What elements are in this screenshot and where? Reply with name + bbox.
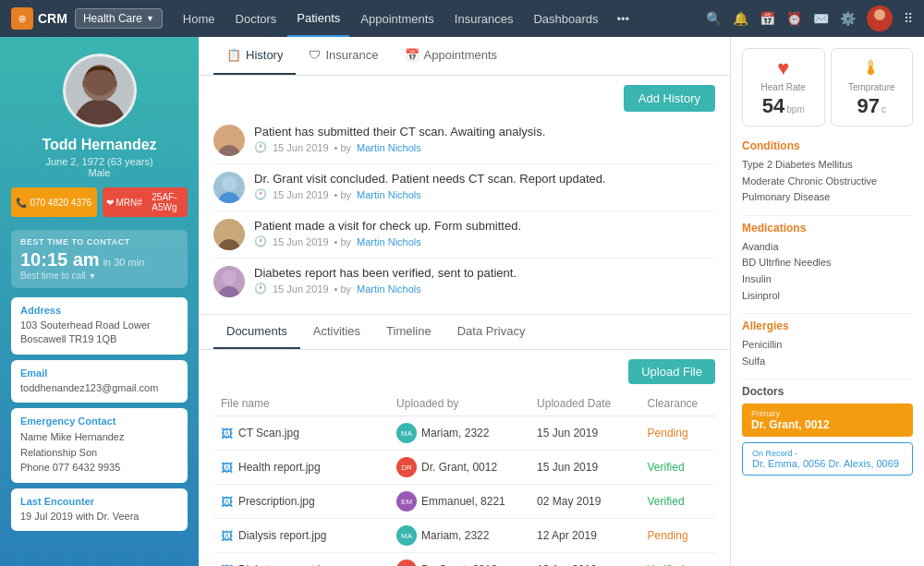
history-text: Patient has submitted their CT scan. Awa… bbox=[254, 125, 715, 138]
upload-file-button[interactable]: Upload File bbox=[628, 359, 715, 384]
file-name: Prescription.jpg bbox=[238, 495, 315, 508]
history-author-2[interactable]: Martin Nichols bbox=[357, 236, 421, 247]
history-bullet-0: • by bbox=[334, 142, 352, 153]
divider-1 bbox=[742, 215, 913, 216]
brand-label: Health Care bbox=[83, 12, 142, 25]
medications-section: Medications Avandia BD Ultrfine Needles … bbox=[742, 222, 913, 304]
heart-rate-value: 54 bbox=[762, 94, 784, 118]
history-section-header: Add History bbox=[213, 85, 715, 112]
history-avatar bbox=[213, 172, 245, 203]
tab-history[interactable]: 📋 History bbox=[213, 37, 296, 75]
doc-tab-data-privacy[interactable]: Data Privacy bbox=[444, 315, 539, 349]
col-uploaddate: Uploaded Date bbox=[529, 391, 639, 416]
add-history-button[interactable]: Add History bbox=[624, 85, 715, 112]
doctor-record-label: On Record - bbox=[752, 449, 903, 458]
best-time-value: 10:15 am bbox=[20, 249, 100, 271]
best-time-call[interactable]: Best time to call ▼ bbox=[20, 271, 178, 281]
nav-item-doctors[interactable]: Doctors bbox=[226, 0, 286, 37]
file-name: CT Scan.jpg bbox=[238, 427, 299, 440]
heart-rate-value-row: 54 bpm bbox=[750, 94, 817, 118]
svg-point-8 bbox=[222, 129, 237, 144]
history-section: Add History Patient has submitted their … bbox=[199, 76, 730, 315]
emergency-label: Emergency Contact bbox=[20, 415, 178, 427]
history-tab-icon: 📋 bbox=[226, 48, 241, 62]
vitals-row: ♥ Heart Rate 54 bpm 🌡 Temprature 97 c bbox=[742, 48, 913, 126]
history-author-0[interactable]: Martin Nichols bbox=[357, 142, 421, 153]
last-encounter-value: 19 Jul 2019 with Dr. Veera bbox=[20, 510, 178, 524]
svg-point-13 bbox=[218, 286, 240, 297]
history-meta: 🕐 15 Jun 2019 • by Martin Nichols bbox=[254, 235, 715, 247]
history-date-2: 15 Jun 2019 bbox=[273, 236, 329, 247]
history-author-3[interactable]: Martin Nichols bbox=[357, 283, 421, 295]
email-label: Email bbox=[20, 367, 178, 379]
main-tab-bar: 📋 History 🛡 Insurance 📅 Appointments bbox=[199, 37, 730, 76]
doc-tab-activities[interactable]: Activities bbox=[300, 315, 373, 349]
nav-more-icon[interactable]: ••• bbox=[610, 0, 638, 37]
history-author-1[interactable]: Martin Nichols bbox=[357, 189, 421, 200]
uploader-name: Mariam, 2322 bbox=[421, 529, 489, 542]
history-avatar bbox=[213, 219, 245, 250]
calendar-icon[interactable]: 📅 bbox=[760, 11, 775, 26]
doc-tab-documents[interactable]: Documents bbox=[213, 315, 300, 349]
svg-point-9 bbox=[218, 192, 240, 203]
allergies-label: Allergies bbox=[742, 319, 913, 332]
temperature-value: 97 bbox=[857, 94, 880, 118]
top-navigation: ◎ CRM Health Care ▼ Home Doctors Patient… bbox=[0, 0, 924, 37]
patient-name: Todd Hernandez bbox=[42, 137, 156, 153]
nav-item-insurances[interactable]: Insurances bbox=[445, 0, 523, 37]
table-row: 🖼 Diabetes report.jpg DR Dr. Grant, 0012… bbox=[213, 553, 715, 567]
upload-date: 15 Jun 2019 bbox=[529, 451, 639, 485]
user-avatar[interactable] bbox=[867, 6, 893, 31]
mail-icon[interactable]: ✉️ bbox=[813, 11, 829, 26]
history-avatar bbox=[213, 125, 245, 156]
upload-date: 02 May 2019 bbox=[529, 485, 639, 519]
nav-item-dashboards[interactable]: Dashboards bbox=[524, 0, 607, 37]
nav-item-appointments[interactable]: Appointments bbox=[351, 0, 444, 37]
uploader-avatar: DR bbox=[396, 560, 417, 566]
center-content: 📋 History 🛡 Insurance 📅 Appointments Add… bbox=[199, 37, 730, 566]
brand-selector[interactable]: Health Care ▼ bbox=[75, 8, 163, 29]
col-filename: File name bbox=[213, 391, 389, 416]
conditions-label: Conditions bbox=[742, 139, 913, 152]
documents-section: Upload File File name Uploaded by Upload… bbox=[199, 350, 730, 566]
file-icon: 🖼 bbox=[221, 427, 233, 440]
mrn-number: 25AF-A5Wg bbox=[145, 192, 184, 212]
patient-sidebar: Todd Hernandez June 2, 1972 (63 years) M… bbox=[0, 37, 199, 566]
history-content: Patient made a visit for check up. Form … bbox=[254, 219, 715, 247]
app-logo: ◎ CRM bbox=[11, 7, 67, 30]
last-encounter-section: Last Encounter 19 Jul 2019 with Dr. Veer… bbox=[11, 488, 188, 531]
nav-item-patients[interactable]: Patients bbox=[287, 0, 349, 37]
patient-avatar bbox=[63, 54, 137, 127]
tab-insurance[interactable]: 🛡 Insurance bbox=[296, 37, 391, 75]
history-meta: 🕐 15 Jun 2019 • by Martin Nichols bbox=[254, 141, 715, 153]
doc-tab-timeline[interactable]: Timeline bbox=[373, 315, 444, 349]
file-name: Dialysis report.jpg bbox=[238, 529, 326, 542]
clock-meta-icon: 🕐 bbox=[254, 188, 267, 200]
heart-rate-label: Heart Rate bbox=[750, 82, 817, 92]
nav-item-home[interactable]: Home bbox=[174, 0, 225, 37]
apps-icon[interactable]: ⠿ bbox=[904, 11, 913, 26]
svg-point-2 bbox=[74, 99, 126, 127]
right-sidebar: ♥ Heart Rate 54 bpm 🌡 Temprature 97 c Co… bbox=[730, 37, 924, 566]
medication-item-3: Insulin bbox=[742, 271, 913, 288]
svg-point-7 bbox=[218, 145, 240, 156]
clock-icon[interactable]: ⏰ bbox=[786, 11, 802, 26]
search-icon[interactable]: 🔍 bbox=[706, 11, 722, 26]
medication-item-1: Avandia bbox=[742, 239, 913, 256]
divider-3 bbox=[742, 379, 913, 379]
mrn-button[interactable]: ❤ MRN# 25AF-A5Wg bbox=[103, 187, 188, 217]
tab-appointments[interactable]: 📅 Appointments bbox=[392, 37, 511, 75]
appointments-tab-icon: 📅 bbox=[405, 48, 419, 62]
phone-button[interactable]: 📞 070 4820 4376 bbox=[11, 187, 97, 217]
svg-point-1 bbox=[870, 22, 889, 31]
history-text: Patient made a visit for check up. Form … bbox=[254, 219, 715, 233]
allergies-section: Allergies Penicillin Sulfa bbox=[742, 319, 913, 369]
table-row: 🖼 Prescription.jpg EM Emmanuel, 8221 02 … bbox=[213, 485, 715, 519]
notification-icon[interactable]: 🔔 bbox=[733, 11, 748, 26]
heart-rate-unit: bpm bbox=[786, 104, 804, 114]
settings-icon[interactable]: ⚙️ bbox=[840, 11, 856, 26]
last-encounter-label: Last Encounter bbox=[20, 496, 178, 507]
upload-date: 12 Apr 2019 bbox=[529, 553, 639, 567]
address-label: Address bbox=[20, 305, 178, 316]
upload-date: 15 Jun 2019 bbox=[529, 416, 639, 451]
